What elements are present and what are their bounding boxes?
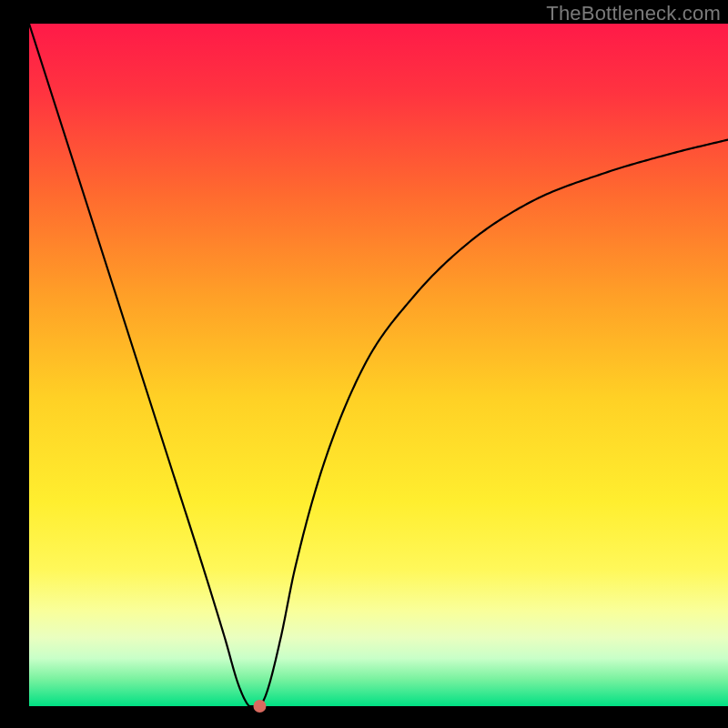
minimum-marker: [253, 700, 266, 713]
plot-background: [29, 24, 728, 706]
bottleneck-chart: [0, 0, 728, 728]
watermark-text: TheBottleneck.com: [546, 2, 721, 25]
chart-frame: TheBottleneck.com: [0, 0, 728, 728]
